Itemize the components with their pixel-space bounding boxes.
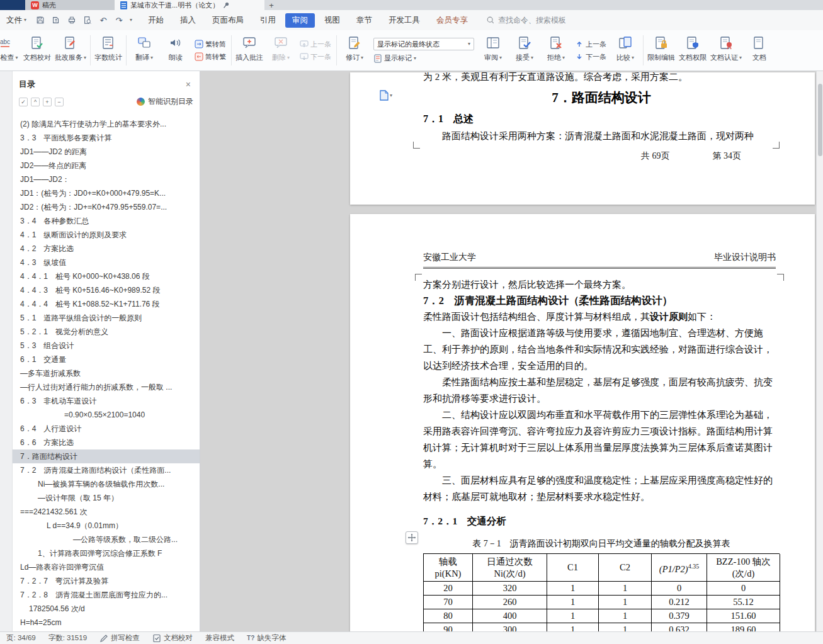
export-icon[interactable]	[51, 15, 61, 25]
status-page-indicator[interactable]: 页: 34/69	[6, 633, 36, 643]
toc-item[interactable]: Ld—路表容许回弹弯沉值	[13, 560, 200, 574]
print-icon[interactable]	[67, 15, 77, 25]
toc-item[interactable]: 7．2 沥青混凝土路面结构设计（柔性路面...	[13, 463, 200, 477]
page-body[interactable]: 方案分别进行设计，然后比较选择一个最终方案。 7．2 沥青混凝土路面结构设计（柔…	[423, 276, 780, 631]
command-search[interactable]: 查找命令、搜索模板	[486, 15, 566, 26]
undo-icon[interactable]: ↶	[98, 15, 108, 25]
toc-item[interactable]: 4．4．4 桩号 K1+088.52~K1+711.76 段	[13, 297, 200, 311]
toc-expand-all-icon[interactable]: +	[43, 98, 52, 106]
file-menu[interactable]: 文件 ▾	[0, 15, 31, 26]
close-icon[interactable]: ×	[186, 79, 191, 89]
status-missing-font[interactable]: T? 缺失字体	[247, 633, 286, 643]
simp-to-trad-button[interactable]: 简转繁	[195, 52, 226, 62]
toc-item[interactable]: 5．1 道路平纵组合设计的一般原则	[13, 311, 200, 325]
prev-comment-button[interactable]: 上一条	[300, 40, 331, 49]
menu-tab-view[interactable]: 视图	[317, 13, 347, 28]
word-count-button[interactable]: 字数统计	[93, 30, 124, 71]
home-tab[interactable]	[0, 0, 25, 10]
pin-icon[interactable]	[222, 1, 230, 9]
redo-icon[interactable]: ↷	[114, 15, 124, 25]
reject-button[interactable]: 拒绝▾	[540, 30, 572, 71]
new-tab-button[interactable]: +	[264, 0, 278, 10]
page-quick-menu-button[interactable]: ▾	[379, 90, 392, 101]
read-aloud-button[interactable]: 朗读	[160, 30, 191, 71]
status-compat-mode[interactable]: 兼容模式	[205, 633, 234, 643]
print-preview-icon[interactable]	[82, 15, 93, 25]
toc-item[interactable]: =0.90×0.55×2100=1040	[13, 408, 200, 422]
toc-item[interactable]: JD1——JD2 的距离	[13, 145, 200, 159]
menu-tab-dev-tools[interactable]: 开发工具	[382, 13, 427, 28]
status-proofread[interactable]: 文档校对	[152, 633, 193, 643]
toc-item[interactable]: 4．4．3 桩号 K0+516.46~K0+989.52 段	[13, 283, 200, 297]
delete-comment-button[interactable]: 删除▾	[265, 30, 297, 71]
correction-service-button[interactable]: 批改服务▾	[53, 30, 88, 71]
toc-item[interactable]: 4．2 方案比选	[13, 242, 200, 256]
review-pane-button[interactable]: 审阅▾	[477, 30, 509, 71]
toc-checkbox-icon[interactable]: ✓	[19, 98, 28, 106]
toc-item[interactable]: H=h4=25cm	[13, 616, 200, 630]
markup-state-select[interactable]: 显示标记的最终状态 ▾	[373, 38, 474, 50]
toc-item[interactable]: —公路等级系数，取二级公路...	[13, 533, 200, 546]
tab-document[interactable]: 某城市次干道...明书（论文）	[115, 0, 264, 10]
menu-tab-vip[interactable]: 会员专享	[429, 13, 475, 28]
next-change-button[interactable]: 下一条	[575, 52, 606, 62]
toc-item[interactable]: JD2：(桩号为：JD+=K0+479.95+559.07=...	[13, 200, 200, 214]
toc-item[interactable]: —设计年限（取 15 年）	[13, 491, 200, 505]
toc-item[interactable]: 1、计算路表回弹弯沉综合修正系数 F	[13, 546, 200, 560]
toc-item[interactable]: 4．1 纵断面设计的原则及要求	[13, 228, 200, 242]
menu-tab-page-layout[interactable]: 页面布局	[205, 13, 251, 28]
scrollbar-thumb[interactable]	[818, 84, 822, 156]
toc-item[interactable]: 3．4 各种参数汇总	[13, 214, 200, 228]
translate-button[interactable]: 翻译▾	[128, 30, 160, 71]
toc-item[interactable]: 7．2．8 沥青混凝土面层底面弯拉应力的...	[13, 588, 200, 602]
table-move-handle[interactable]	[406, 531, 418, 544]
doc-permission-button[interactable]: 文档权限	[677, 30, 708, 71]
document-canvas[interactable]: 为 2 米，美观且有利于女直道路设施。综合考虑，采用方案二。 7．路面结构设计 …	[200, 71, 823, 631]
toc-item[interactable]: JD1：(桩号为：JD0+=K0+000+479.95=K...	[13, 186, 200, 200]
toc-collapse-icon[interactable]: ^	[31, 98, 40, 106]
menu-tab-section[interactable]: 章节	[349, 13, 379, 28]
next-comment-button[interactable]: 下一条	[300, 52, 331, 62]
document-page-34[interactable]: 安徽工业大学 毕业设计说明书 方案分别进行设计，然后比较选择一个最终方案。 7．…	[350, 214, 815, 631]
trad-to-simp-button[interactable]: 繁转简	[195, 40, 226, 49]
toc-item[interactable]: 6．4 人行道设计	[13, 422, 200, 436]
toc-item[interactable]: 7．2．7 弯沉计算及验算	[13, 574, 200, 588]
toc-item[interactable]: JD1——JD2：	[13, 172, 200, 186]
status-spell-check[interactable]: 拼写检查	[99, 633, 140, 643]
toc-item[interactable]: 6．6 方案比选	[13, 436, 200, 449]
toc-item[interactable]: 6．1 交通量	[13, 353, 200, 366]
save-icon[interactable]	[35, 15, 45, 25]
status-word-count[interactable]: 字数: 31519	[48, 633, 87, 643]
track-changes-button[interactable]: 修订▾	[339, 30, 370, 71]
caret-icon[interactable]: ▾	[130, 18, 132, 23]
toc-item[interactable]: Ni—被换算车辆的各级轴载作用次数...	[13, 477, 200, 491]
toc-item[interactable]: —多车道折减系数	[13, 366, 200, 380]
toc-item[interactable]: JD2——终点的距离	[13, 159, 200, 172]
restrict-edit-button[interactable]: 限制编辑	[645, 30, 677, 71]
tab-gaoke[interactable]: 稿壳	[25, 0, 115, 10]
accept-button[interactable]: 接受▾	[509, 30, 540, 71]
compare-button[interactable]: 比较▾	[610, 30, 641, 71]
show-markup-button[interactable]: 显示标记 ▾	[373, 54, 474, 63]
smart-toc-button[interactable]: 智能识别目录	[137, 96, 193, 107]
doc-cut-button[interactable]: 文档	[744, 30, 775, 71]
doc-auth-button[interactable]: 文档认证▾	[708, 30, 744, 71]
traffic-table[interactable]: 轴载 pi(KN) 日通过次数 Ni(次/d) C1 C2	[423, 553, 780, 631]
toc-item[interactable]: 5．3 组合设计	[13, 339, 200, 353]
prev-change-button[interactable]: 上一条	[575, 40, 606, 49]
toc-item[interactable]: —行人过街对通行能力的折减系数，一般取 ...	[13, 380, 200, 394]
insert-comment-button[interactable]: 插入批注	[234, 30, 265, 71]
document-page-33[interactable]: 为 2 米，美观且有利于女直道路设施。综合考虑，采用方案二。 7．路面结构设计 …	[350, 72, 815, 205]
toc-item[interactable]: 4．3 纵坡值	[13, 256, 200, 269]
menu-tab-references[interactable]: 引用	[253, 13, 283, 28]
doc-proofread-button[interactable]: 文档校对	[21, 30, 53, 71]
toc-item[interactable]: 5．2．1 视觉分析的意义	[13, 325, 200, 339]
vertical-scrollbar[interactable]	[816, 71, 823, 631]
toc-item[interactable]: L d==34.9（0.01mm）	[13, 519, 200, 533]
toc-item[interactable]: 6．3 非机动车道设计	[13, 394, 200, 408]
toc-item[interactable]: 3．3 平面线形各要素计算	[13, 131, 200, 145]
toc-collapse-all-icon[interactable]: −	[55, 98, 64, 106]
toc-item[interactable]: (2) 除满足汽车行使动力学上的基本要求外...	[13, 117, 200, 131]
menu-tab-insert[interactable]: 插入	[173, 13, 203, 28]
toc-item[interactable]: ===2421432.561 次	[13, 505, 200, 519]
